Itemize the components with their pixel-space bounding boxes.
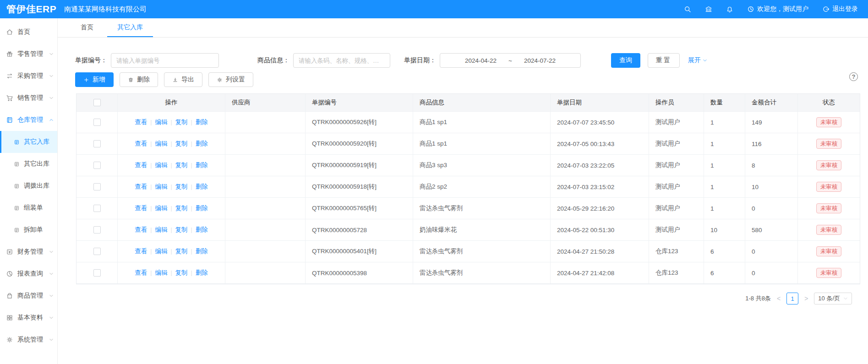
- row-checkbox[interactable]: [93, 205, 101, 212]
- cell-bill-no: QTRK00000005920[转]: [306, 133, 413, 154]
- action-view-link[interactable]: 查看: [135, 204, 147, 212]
- cell-bill-date: 2024-07-03 23:22:05: [551, 155, 649, 176]
- add-button[interactable]: 新增: [75, 72, 114, 87]
- action-copy-link[interactable]: 复制: [175, 118, 188, 126]
- sidebar-item-其它出库[interactable]: 其它出库: [0, 153, 57, 175]
- cell-supplier: [225, 155, 306, 176]
- column-settings-label: 列设置: [226, 76, 245, 84]
- sidebar-item-首页[interactable]: 首页: [0, 21, 57, 43]
- sidebar-item-仓库管理[interactable]: 仓库管理: [0, 109, 57, 131]
- export-button[interactable]: 导出: [164, 72, 202, 87]
- action-view-link[interactable]: 查看: [135, 118, 147, 126]
- sidebar-item-销售管理[interactable]: 销售管理: [0, 87, 57, 109]
- date-to[interactable]: 2024-07-22: [524, 57, 556, 64]
- help-icon[interactable]: ?: [849, 72, 858, 81]
- row-checkbox[interactable]: [93, 162, 101, 169]
- search-icon[interactable]: [684, 5, 691, 13]
- action-edit-link[interactable]: 编辑: [155, 161, 167, 169]
- action-delete-link[interactable]: 删除: [196, 161, 208, 169]
- cell-quantity: 6: [704, 262, 745, 283]
- action-delete-link[interactable]: 删除: [196, 140, 208, 148]
- action-edit-link[interactable]: 编辑: [155, 140, 167, 148]
- sidebar-item-其它入库[interactable]: 其它入库: [0, 131, 57, 153]
- bell-icon[interactable]: [726, 5, 733, 13]
- action-copy-link[interactable]: 复制: [175, 269, 188, 277]
- delete-button[interactable]: 删除: [120, 72, 158, 87]
- action-edit-link[interactable]: 编辑: [155, 204, 167, 212]
- action-delete-link[interactable]: 删除: [196, 204, 208, 212]
- sidebar-item-系统管理[interactable]: 系统管理: [0, 329, 57, 351]
- row-checkbox[interactable]: [93, 248, 101, 255]
- action-view-link[interactable]: 查看: [135, 140, 147, 148]
- action-copy-link[interactable]: 复制: [175, 226, 188, 234]
- sidebar-item-label: 商品管理: [17, 292, 43, 300]
- sidebar-item-报表查询[interactable]: 报表查询: [0, 263, 57, 285]
- action-separator: |: [150, 162, 152, 168]
- action-delete-link[interactable]: 删除: [196, 118, 208, 126]
- row-checkbox[interactable]: [93, 140, 101, 147]
- filter-row: 单据编号： 商品信息： 单据日期： 2024-04-22 ~ 2024-07-2…: [75, 53, 868, 68]
- column-settings-button[interactable]: 列设置: [208, 72, 253, 87]
- page-size-select[interactable]: 10 条/页: [814, 293, 852, 304]
- action-edit-link[interactable]: 编辑: [155, 118, 167, 126]
- logout-button[interactable]: 退出登录: [822, 5, 858, 13]
- action-edit-link[interactable]: 编辑: [155, 183, 167, 191]
- sidebar-item-商品管理[interactable]: 商品管理: [0, 285, 57, 307]
- action-edit-link[interactable]: 编辑: [155, 226, 167, 234]
- tab-other-inbound[interactable]: 其它入库: [107, 18, 153, 37]
- chevron-down-icon: [49, 315, 54, 320]
- system-icon: [6, 336, 13, 343]
- sidebar-item-采购管理[interactable]: 采购管理: [0, 65, 57, 87]
- cell-status: 未审核: [798, 176, 860, 197]
- action-view-link[interactable]: 查看: [135, 226, 147, 234]
- row-checkbox[interactable]: [93, 183, 101, 190]
- action-delete-link[interactable]: 删除: [196, 247, 208, 255]
- action-copy-link[interactable]: 复制: [175, 161, 188, 169]
- tab-home[interactable]: 首页: [71, 18, 104, 37]
- row-checkbox[interactable]: [93, 269, 101, 277]
- action-copy-link[interactable]: 复制: [175, 183, 188, 191]
- action-copy-link[interactable]: 复制: [175, 204, 188, 212]
- action-edit-link[interactable]: 编辑: [155, 247, 167, 255]
- action-delete-link[interactable]: 删除: [196, 269, 208, 277]
- goods-info-input[interactable]: [293, 53, 390, 68]
- next-page-button[interactable]: >: [803, 295, 809, 302]
- search-button[interactable]: 查询: [611, 53, 640, 68]
- action-delete-link[interactable]: 删除: [196, 226, 208, 234]
- welcome-user[interactable]: 欢迎您，测试用户: [747, 5, 808, 13]
- expand-link[interactable]: 展开: [688, 56, 707, 65]
- sidebar-item-label: 其它出库: [24, 160, 49, 168]
- sidebar-item-财务管理[interactable]: 财务管理: [0, 241, 57, 263]
- cell-supplier: [225, 133, 306, 154]
- sidebar-item-调拨出库[interactable]: 调拨出库: [0, 175, 57, 197]
- bank-icon[interactable]: [705, 5, 712, 13]
- cell-bill-date: 2024-04-27 21:50:28: [551, 241, 649, 262]
- reset-button[interactable]: 重置: [648, 53, 680, 68]
- action-edit-link[interactable]: 编辑: [155, 269, 167, 277]
- date-range-picker[interactable]: 2024-04-22 ~ 2024-07-22: [440, 53, 581, 68]
- sidebar-item-基本资料[interactable]: 基本资料: [0, 307, 57, 329]
- prev-page-button[interactable]: <: [776, 295, 781, 302]
- bill-no-input[interactable]: [111, 53, 219, 68]
- sidebar-item-拆卸单[interactable]: 拆卸单: [0, 219, 57, 241]
- date-from[interactable]: 2024-04-22: [465, 57, 497, 64]
- action-view-link[interactable]: 查看: [135, 183, 147, 191]
- action-delete-link[interactable]: 删除: [196, 183, 208, 191]
- row-checkbox[interactable]: [93, 226, 101, 234]
- action-view-link[interactable]: 查看: [135, 161, 147, 169]
- current-page-button[interactable]: 1: [786, 293, 798, 304]
- action-view-link[interactable]: 查看: [135, 247, 147, 255]
- action-copy-link[interactable]: 复制: [175, 247, 188, 255]
- cell-goods-info: 雷达杀虫气雾剂: [413, 241, 551, 262]
- row-actions: 查看|编辑|复制|删除: [118, 133, 225, 154]
- add-label: 新增: [93, 76, 105, 84]
- sidebar-item-组装单[interactable]: 组装单: [0, 197, 57, 219]
- cell-bill-no: QTRK00000005926[转]: [306, 112, 413, 133]
- action-view-link[interactable]: 查看: [135, 269, 147, 277]
- action-copy-link[interactable]: 复制: [175, 140, 188, 148]
- basics-icon: [6, 314, 13, 321]
- sidebar-item-零售管理[interactable]: 零售管理: [0, 43, 57, 65]
- select-all-checkbox[interactable]: [93, 99, 101, 106]
- row-checkbox[interactable]: [93, 119, 101, 126]
- chevron-down-icon: [49, 272, 54, 276]
